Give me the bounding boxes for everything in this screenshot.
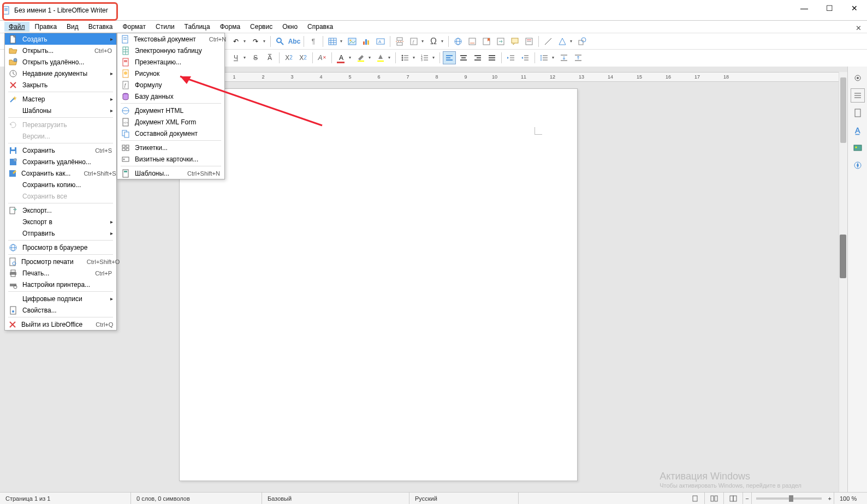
menu-tools[interactable]: Сервис bbox=[246, 22, 277, 32]
highlight-color-icon[interactable] bbox=[354, 51, 367, 64]
clear-formatting-icon[interactable]: A✕ bbox=[316, 51, 329, 64]
menu-item-export[interactable]: Экспорт... bbox=[5, 205, 116, 216]
status-view-single-icon[interactable] bbox=[686, 493, 705, 504]
insert-chart-icon[interactable] bbox=[360, 35, 373, 48]
menu-item-export-to[interactable]: Экспорт в ▸ bbox=[5, 216, 116, 227]
zoom-slider[interactable] bbox=[756, 497, 822, 500]
menu-edit[interactable]: Правка bbox=[31, 22, 62, 32]
insert-field-icon[interactable]: ƒ bbox=[407, 35, 420, 48]
spellcheck-icon[interactable]: Abc bbox=[288, 35, 301, 48]
menu-styles[interactable]: Стили bbox=[151, 22, 179, 32]
decrease-indent-icon[interactable] bbox=[519, 51, 532, 64]
find-replace-icon[interactable] bbox=[274, 35, 287, 48]
submenu-business-cards[interactable]: Визитные карточки... bbox=[117, 153, 224, 165]
submenu-templates[interactable]: Шаблоны... Ctrl+Shift+N bbox=[117, 167, 224, 179]
document-page[interactable] bbox=[179, 88, 578, 481]
sidebar-page-icon[interactable] bbox=[851, 106, 865, 120]
menu-window[interactable]: Окно bbox=[278, 22, 302, 32]
menu-item-exit[interactable]: Выйти из LibreOffice Ctrl+Q bbox=[5, 319, 116, 330]
formatting-marks-icon[interactable]: ¶ bbox=[307, 35, 320, 48]
sidebar-gallery-icon[interactable] bbox=[851, 141, 865, 155]
hyperlink-icon[interactable] bbox=[452, 35, 465, 48]
comment-icon[interactable] bbox=[508, 35, 521, 48]
align-right-icon[interactable] bbox=[471, 51, 484, 64]
menu-item-save[interactable]: Сохранить Ctrl+S bbox=[5, 145, 116, 156]
menu-item-open-remote[interactable]: Открыть удалённо... bbox=[5, 56, 116, 68]
menu-item-save-remote[interactable]: Сохранить удалённо... bbox=[5, 156, 116, 167]
footnote-icon[interactable] bbox=[466, 35, 479, 48]
document-close-button[interactable]: ✕ bbox=[856, 24, 862, 32]
menu-item-save-as[interactable]: Сохранить как... Ctrl+Shift+S bbox=[5, 167, 116, 179]
font-color-icon[interactable]: A bbox=[335, 51, 348, 64]
menu-item-close[interactable]: Закрыть bbox=[5, 79, 116, 91]
submenu-formula[interactable]: ƒ Формулу bbox=[117, 79, 224, 91]
submenu-xml-form[interactable]: </> Документ XML Form bbox=[117, 116, 224, 128]
sidebar-navigator-icon[interactable] bbox=[851, 158, 865, 172]
menu-item-wizard[interactable]: Мастер ▸ bbox=[5, 93, 116, 105]
menu-item-open[interactable]: Открыть... Ctrl+O bbox=[5, 45, 116, 56]
menu-item-create[interactable]: Создать ▸ bbox=[5, 33, 116, 45]
submenu-master-doc[interactable]: Составной документ bbox=[117, 128, 224, 139]
char-background-icon[interactable] bbox=[374, 51, 387, 64]
menu-insert[interactable]: Вставка bbox=[84, 22, 117, 32]
subscript-icon[interactable]: X2 bbox=[296, 51, 310, 64]
menu-item-save-copy[interactable]: Сохранить копию... bbox=[5, 179, 116, 190]
track-changes-icon[interactable] bbox=[522, 35, 536, 48]
undo-icon[interactable]: ↶ bbox=[229, 35, 242, 48]
menu-form[interactable]: Форма bbox=[216, 22, 245, 32]
scrollbar-vertical[interactable] bbox=[839, 72, 847, 492]
maximize-button[interactable]: ☐ bbox=[817, 0, 842, 16]
submenu-database[interactable]: Базу данных bbox=[117, 91, 224, 102]
status-view-book-icon[interactable] bbox=[724, 493, 743, 504]
strikethrough-icon[interactable]: S bbox=[249, 51, 262, 64]
menu-item-recent[interactable]: Недавние документы ▸ bbox=[5, 68, 116, 79]
decrease-para-spacing-icon[interactable] bbox=[572, 51, 585, 64]
align-justify-icon[interactable] bbox=[485, 51, 498, 64]
submenu-labels[interactable]: Этикетки... bbox=[117, 142, 224, 153]
sidebar-properties-icon[interactable] bbox=[851, 88, 865, 103]
menu-table[interactable]: Таблица bbox=[180, 22, 215, 32]
underline-icon[interactable]: Ч bbox=[229, 51, 242, 64]
zoom-in-button[interactable]: + bbox=[826, 493, 834, 504]
status-words[interactable]: 0 слов, 0 символов bbox=[131, 493, 262, 504]
bookmark-icon[interactable] bbox=[480, 35, 493, 48]
overline-icon[interactable]: A̅ bbox=[263, 51, 276, 64]
sidebar-settings-icon[interactable] bbox=[851, 71, 865, 85]
submenu-html-doc[interactable]: Документ HTML bbox=[117, 105, 224, 116]
redo-icon[interactable]: ↷ bbox=[249, 35, 262, 48]
scrollbar-thumb[interactable] bbox=[840, 77, 846, 143]
cross-ref-icon[interactable] bbox=[494, 35, 507, 48]
menu-item-properties[interactable]: Свойства... bbox=[5, 304, 116, 316]
scroll-handle[interactable] bbox=[840, 235, 846, 278]
status-style[interactable]: Базовый bbox=[262, 493, 409, 504]
ruler-horizontal[interactable]: // ticks rendered by script below 121234… bbox=[179, 72, 840, 82]
status-page[interactable]: Страница 1 из 1 bbox=[0, 493, 131, 504]
increase-indent-icon[interactable] bbox=[504, 51, 518, 64]
menu-view[interactable]: Вид bbox=[62, 22, 83, 32]
submenu-presentation[interactable]: Презентацию... bbox=[117, 56, 224, 68]
increase-para-spacing-icon[interactable] bbox=[557, 51, 571, 64]
insert-image-icon[interactable] bbox=[346, 35, 359, 48]
submenu-drawing[interactable]: Рисунок bbox=[117, 68, 224, 79]
page-break-icon[interactable] bbox=[393, 35, 406, 48]
insert-table-icon[interactable] bbox=[326, 35, 339, 48]
submenu-spreadsheet[interactable]: Электронную таблицу bbox=[117, 45, 224, 56]
menu-item-digital-sign[interactable]: Цифровые подписи ▸ bbox=[5, 293, 116, 304]
bullet-list-icon[interactable] bbox=[399, 51, 412, 64]
status-zoom[interactable]: 100 % bbox=[834, 493, 867, 504]
status-language[interactable]: Русский bbox=[409, 493, 519, 504]
menu-help[interactable]: Справка bbox=[303, 22, 337, 32]
insert-textbox-icon[interactable]: A bbox=[374, 35, 387, 48]
menu-item-templates[interactable]: Шаблоны ▸ bbox=[5, 105, 116, 116]
align-left-icon[interactable] bbox=[443, 51, 456, 64]
submenu-text-document[interactable]: Текстовый документ Ctrl+N bbox=[117, 33, 224, 45]
status-view-multi-icon[interactable] bbox=[705, 493, 724, 504]
menu-item-printer-settings[interactable]: Настройки принтера... bbox=[5, 279, 116, 290]
align-center-icon[interactable] bbox=[457, 51, 470, 64]
zoom-out-button[interactable]: − bbox=[743, 493, 751, 504]
basic-shapes-icon[interactable] bbox=[556, 35, 569, 48]
menu-item-print[interactable]: Печать... Ctrl+P bbox=[5, 267, 116, 279]
line-spacing-icon[interactable] bbox=[538, 51, 551, 64]
menu-file[interactable]: Файл bbox=[4, 22, 29, 32]
menu-format[interactable]: Формат bbox=[118, 22, 150, 32]
